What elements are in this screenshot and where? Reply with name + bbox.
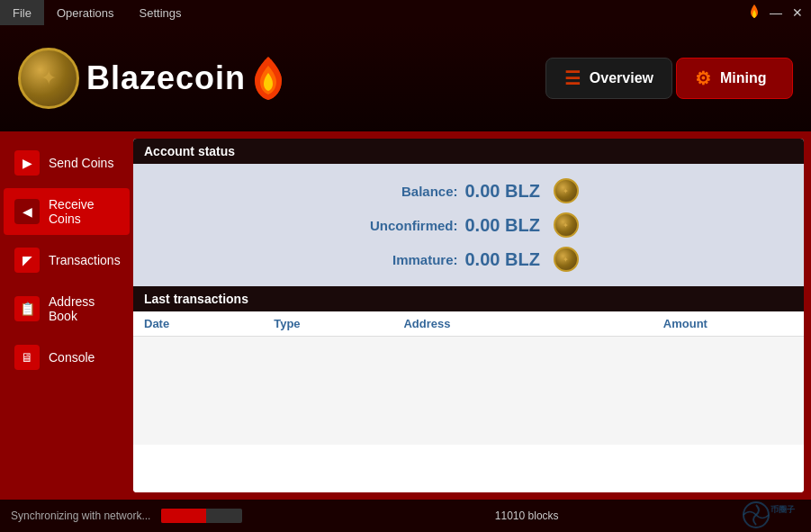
content-area: Account status Balance: 0.00 BLZ ✦ Uncon… <box>133 139 804 492</box>
send-coins-label: Send Coins <box>49 156 113 170</box>
address-book-icon: 📋 <box>14 296 40 321</box>
receive-coins-icon: ◀ <box>14 199 40 224</box>
balance-label: Balance: <box>359 184 458 199</box>
menu-settings[interactable]: Settings <box>127 0 194 25</box>
mining-icon: ⚙ <box>695 68 711 89</box>
sidebar-item-send-coins[interactable]: ▶ Send Coins <box>4 141 130 185</box>
unconfirmed-value: 0.00 BLZ <box>465 215 546 236</box>
col-date: Date <box>144 317 274 330</box>
blocks-count-text: 11010 blocks <box>253 509 800 522</box>
sync-status-text: Synchronizing with network... <box>11 509 150 522</box>
sidebar-item-receive-coins[interactable]: ◀ Receive Coins <box>4 188 130 235</box>
sidebar: ▶ Send Coins ◀ Receive Coins ◤ Transacti… <box>0 131 133 500</box>
balance-area: Balance: 0.00 BLZ ✦ Unconfirmed: 0.00 BL… <box>133 164 804 286</box>
sidebar-item-transactions[interactable]: ◤ Transactions <box>4 239 130 282</box>
status-bar: Synchronizing with network... 11010 bloc… <box>0 500 811 532</box>
last-transactions-header: Last transactions <box>133 286 804 311</box>
main-area: ▶ Send Coins ◀ Receive Coins ◤ Transacti… <box>0 131 811 500</box>
header: Blazecoin ☰ Overview ⚙ Mining <box>0 25 811 131</box>
overview-label: Overview <box>590 70 653 86</box>
table-header: Date Type Address Amount <box>133 311 804 337</box>
menu-bar: File Operations Settings <box>0 0 194 25</box>
transactions-icon: ◤ <box>14 248 40 273</box>
send-coins-icon: ▶ <box>14 150 40 176</box>
balance-value: 0.00 BLZ <box>465 181 546 202</box>
logo-area: Blazecoin <box>18 48 527 109</box>
menu-operations[interactable]: Operations <box>44 0 127 25</box>
minimize-button[interactable]: — <box>766 3 786 23</box>
watermark: 币圈子 <box>732 500 804 530</box>
balance-coin-icon: ✦ <box>554 178 579 203</box>
console-icon: 🖥 <box>14 345 40 370</box>
console-label: Console <box>49 350 95 365</box>
immature-row: Immature: 0.00 BLZ ✦ <box>359 247 579 272</box>
col-address: Address <box>403 317 662 330</box>
col-amount: Amount <box>663 317 793 330</box>
close-button[interactable]: ✕ <box>788 3 807 23</box>
overview-button[interactable]: ☰ Overview <box>545 58 672 99</box>
unconfirmed-row: Unconfirmed: 0.00 BLZ ✦ <box>359 212 579 238</box>
unconfirmed-label: Unconfirmed: <box>359 218 458 233</box>
balance-row: Balance: 0.00 BLZ ✦ <box>359 178 579 203</box>
col-type: Type <box>274 317 403 330</box>
sidebar-item-address-book[interactable]: 📋 Address Book <box>4 285 130 332</box>
immature-value: 0.00 BLZ <box>465 249 546 270</box>
title-bar: File Operations Settings — ✕ <box>0 0 811 25</box>
nav-buttons: ☰ Overview ⚙ Mining <box>545 58 793 99</box>
overview-icon: ☰ <box>564 68 581 89</box>
address-book-label: Address Book <box>49 294 119 323</box>
mining-label: Mining <box>720 70 767 86</box>
transactions-table: Date Type Address Amount <box>133 311 804 492</box>
account-status-header: Account status <box>133 139 804 164</box>
unconfirmed-coin-icon: ✦ <box>554 212 579 238</box>
sync-progress-bar-fill <box>161 509 206 523</box>
sidebar-item-console[interactable]: 🖥 Console <box>4 336 130 379</box>
immature-coin-icon: ✦ <box>554 247 579 272</box>
immature-label: Immature: <box>359 252 458 267</box>
app-name: Blazecoin <box>86 59 246 97</box>
transactions-label: Transactions <box>49 253 121 267</box>
sync-progress-bar-container <box>161 509 242 523</box>
window-controls: — ✕ <box>744 3 811 23</box>
table-body <box>133 337 804 445</box>
flame-logo-header <box>249 53 287 104</box>
svg-text:币圈子: 币圈子 <box>770 505 795 514</box>
menu-file[interactable]: File <box>0 0 44 25</box>
mining-button[interactable]: ⚙ Mining <box>676 58 793 99</box>
coin-logo <box>18 48 79 109</box>
receive-coins-label: Receive Coins <box>49 197 119 226</box>
flame-icon-title <box>744 3 764 23</box>
